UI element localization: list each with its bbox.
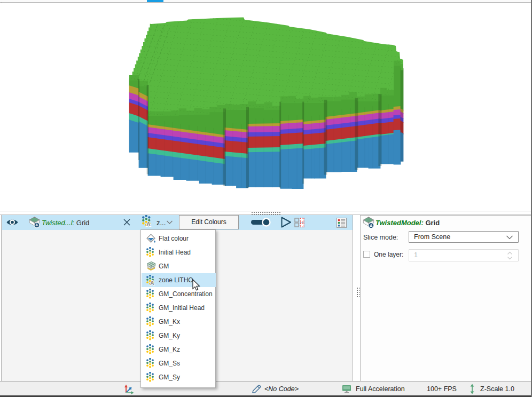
svg-text:A: A bbox=[150, 280, 154, 285]
svg-text:A: A bbox=[146, 221, 151, 227]
